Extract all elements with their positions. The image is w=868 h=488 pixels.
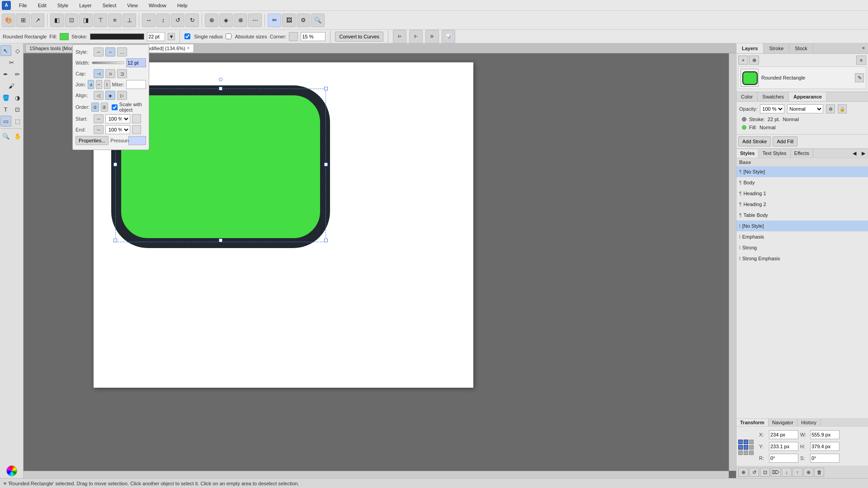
cap-round[interactable]: ⊃ [105,69,115,78]
bottom-btn-1[interactable]: ⊕ [738,468,748,477]
tab-stock[interactable]: Stock [789,43,813,53]
tool-paint[interactable]: 🖌 [6,80,17,91]
styles-expand-btn[interactable]: ▶ [859,149,868,158]
tool-node[interactable]: ◇ [12,45,23,56]
join-miter[interactable]: ∧ [88,80,94,89]
toolbar-btn-2[interactable]: ⊞ [16,14,30,27]
tool-hand[interactable]: ✋ [12,131,23,141]
end-pct[interactable]: 100 % [105,125,130,134]
stroke-width-input[interactable] [147,32,165,41]
settings-btn[interactable]: ⚙ [826,104,835,113]
toolbar-align-top[interactable]: ⊤ [94,14,107,27]
handle-br[interactable] [324,239,328,242]
style-dot[interactable]: … [117,47,127,56]
join-bevel[interactable]: ⌇ [104,80,110,89]
toolbar-btn-export[interactable]: ↗ [31,14,44,27]
anchor-ml[interactable] [738,445,743,450]
toolbar-constraints[interactable]: ⊗ [234,14,247,27]
add-stroke-btn[interactable]: Add Stroke [738,136,771,146]
anchor-tl[interactable] [738,440,743,444]
scale-check[interactable] [112,104,118,110]
menu-window[interactable]: Window [146,2,169,9]
tab-swatches[interactable]: Swatches [758,92,789,101]
tab-layers[interactable]: Layers [736,43,764,53]
panel-close-btn[interactable]: × [859,43,868,52]
bottom-btn-3[interactable]: ⊡ [760,468,770,477]
align-center[interactable]: ◈ [105,91,115,100]
fill-color[interactable] [60,33,69,40]
toolbar-flip-h[interactable]: ↔ [142,14,156,27]
tool-pen[interactable]: ✒ [0,69,11,80]
toolbar-persona2[interactable]: 🖼 [282,14,296,27]
anchor-tm[interactable] [744,440,748,444]
properties-btn[interactable]: Properties... [75,136,108,145]
toolbar-studio[interactable]: ◈ [219,14,233,27]
bottom-btn-6[interactable]: ↑ [793,468,802,477]
style-item-table-body[interactable]: ¶ Table Body [736,210,868,221]
tool-zoom[interactable]: 🔍 [0,131,11,141]
start-color[interactable] [132,114,141,123]
align-outside[interactable]: ▷ [117,91,127,100]
anchor-tr[interactable] [749,440,754,444]
tool-fill[interactable]: 🪣 [0,92,11,103]
toolbar-btn-1[interactable]: 🎨 [2,14,15,27]
layers-group[interactable]: ⊕ [749,56,759,65]
styles-collapse-btn[interactable]: ◀ [850,149,859,158]
toolbar-persona1[interactable]: ✏ [268,14,281,27]
miter-input[interactable]: 1.5 [126,80,146,89]
tool-pencil[interactable]: ✏ [12,69,23,80]
style-item-h2[interactable]: ¶ Heading 2 [736,199,868,210]
menu-layer[interactable]: Layer [76,2,94,9]
tool-shapes[interactable]: ▭ [0,116,11,127]
horizontal-scrollbar[interactable] [24,471,729,478]
h-input[interactable] [810,442,840,451]
anchor-bl[interactable] [738,450,743,455]
style-item-strong-emphasis[interactable]: Ι Strong Emphasis [736,253,868,264]
w-input[interactable] [810,430,840,439]
blend-mode-select[interactable]: Normal [787,104,823,113]
absolute-sizes-check[interactable] [226,33,231,39]
toolbar-align-right[interactable]: ◨ [79,14,93,27]
toolbar-rotate-r[interactable]: ↻ [185,14,199,27]
anchor-mr[interactable] [749,445,754,450]
toolbar-align-mid[interactable]: ≡ [108,14,122,27]
lock-btn[interactable]: 🔒 [838,104,847,113]
toolbar-flip-v[interactable]: ↕ [156,14,170,27]
layers-options[interactable]: ≡ [856,56,866,65]
handle-ml[interactable] [113,163,117,166]
order-1[interactable]: ① [91,103,99,112]
join-round[interactable]: ⌢ [96,80,102,89]
order-2[interactable]: ② [101,103,108,112]
width-slider[interactable] [92,61,124,64]
tab-transform[interactable]: Transform [736,419,769,426]
end-none[interactable]: ─ [94,125,104,134]
start-pct[interactable]: 100 % [105,114,130,123]
menu-select[interactable]: Select [100,2,119,9]
bottom-btn-8[interactable]: 🗑 [814,468,824,477]
style-dash[interactable]: ╌ [105,47,115,56]
anchor-br[interactable] [749,450,754,455]
r-input[interactable] [769,454,798,463]
tab-color[interactable]: Color [736,92,758,101]
tool-color[interactable] [6,465,17,476]
anchor-bm[interactable] [744,450,748,455]
pressure-input[interactable] [128,136,146,145]
width-input[interactable] [126,58,146,67]
bottom-btn-5[interactable]: ↓ [782,468,792,477]
tab-appearance[interactable]: Appearance [789,92,827,101]
anchor-mm[interactable] [744,445,748,450]
align-inside[interactable]: ◁ [94,91,104,100]
end-color[interactable] [132,125,141,134]
handle-mr[interactable] [324,163,328,166]
rotation-handle[interactable] [219,78,222,81]
handle-bl[interactable] [113,239,117,242]
tab-text-styles[interactable]: Text Styles [759,149,790,158]
style-item-no-style-2[interactable]: Ι [No Style] [736,221,868,231]
tab-navigator[interactable]: Navigator [769,419,797,426]
tab-effects[interactable]: Effects [791,149,813,158]
distribute-v[interactable]: ⊩ [409,30,423,43]
menu-file[interactable]: File [16,2,30,9]
corner-pct-input[interactable] [301,32,326,41]
convert-to-curves-btn[interactable]: Convert to Curves [335,32,383,42]
menu-help[interactable]: Help [175,2,190,9]
